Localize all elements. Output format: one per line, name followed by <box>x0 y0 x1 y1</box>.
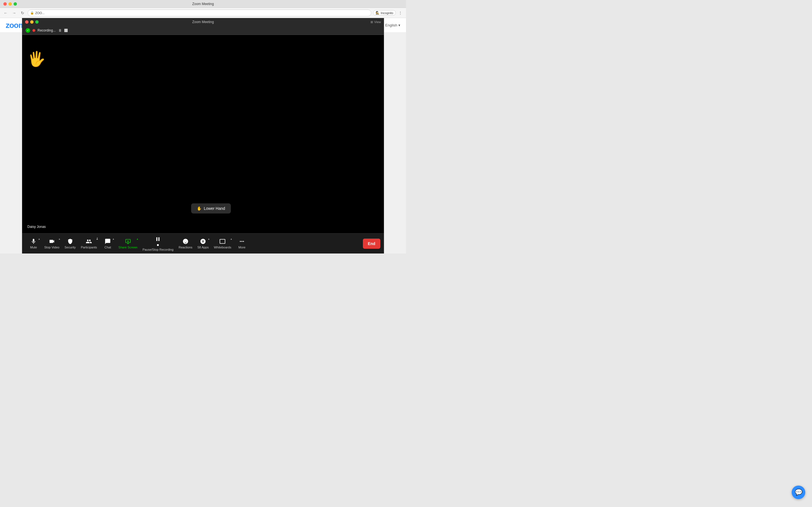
pause-recording-label: Pause/Stop Recording <box>142 248 173 251</box>
shield-icon <box>67 238 73 244</box>
lower-hand-tooltip[interactable]: ✋ Lower Hand <box>191 203 231 214</box>
chat-label: Chat <box>104 245 111 249</box>
stop-video-button[interactable]: ▲ Stop Video <box>42 237 62 251</box>
participants-label: Participants <box>81 245 97 249</box>
recording-pause-button[interactable]: ⏸ <box>58 28 62 33</box>
participants-icon <box>86 238 92 244</box>
end-meeting-button[interactable]: End <box>363 238 380 249</box>
microphone-icon <box>31 238 37 244</box>
pause-recording-icon <box>155 236 161 242</box>
whiteboards-icon <box>219 238 225 244</box>
recording-status-icon: ✓ <box>26 28 30 33</box>
meeting-maximize-button[interactable] <box>35 20 39 24</box>
meeting-controls-right: ⊞ View <box>370 20 381 24</box>
address-bar[interactable]: 🔒 ZOO... <box>28 10 371 16</box>
more-label: More <box>239 245 246 249</box>
meeting-window-controls <box>25 20 39 24</box>
view-label: View <box>374 20 381 24</box>
browser-window: Zoom Meeting ← → ↻ 🔒 ZOO... 🕵 Incognito … <box>0 0 406 253</box>
url-text: ZOO... <box>35 11 45 15</box>
participant-name-label: Daisy Jonas <box>25 224 48 229</box>
participants-count: 1 <box>97 237 98 240</box>
browser-title: Zoom Meeting <box>192 2 214 6</box>
window-controls <box>3 2 17 6</box>
browser-actions: 🕵 Incognito ⋮ <box>373 10 404 16</box>
share-screen-label: Share Screen <box>118 245 137 249</box>
share-screen-icon <box>125 238 131 244</box>
window-maximize-button[interactable] <box>13 2 17 6</box>
lower-hand-emoji: ✋ <box>197 206 202 211</box>
more-icon <box>239 238 245 244</box>
zoom-meeting-window: Zoom Meeting ⊞ View ✓ Recording... ⏸ 🖐️ <box>22 18 384 253</box>
recording-bar: ✓ Recording... ⏸ <box>22 26 384 35</box>
share-screen-button[interactable]: ▲ Share Screen <box>116 237 140 251</box>
mute-button[interactable]: ▲ Mute <box>26 237 42 251</box>
incognito-icon: 🕵 <box>375 11 379 15</box>
forward-button[interactable]: → <box>11 10 17 16</box>
browser-toolbar: ← → ↻ 🔒 ZOO... 🕵 Incognito ⋮ <box>0 8 406 18</box>
raised-hand-emoji: 🖐️ <box>28 50 46 68</box>
whiteboards-label: Whiteboards <box>214 245 231 249</box>
chat-chevron-icon[interactable]: ▲ <box>112 238 114 240</box>
security-label: Security <box>64 245 76 249</box>
browser-titlebar: Zoom Meeting <box>0 0 406 8</box>
meeting-minimize-button[interactable] <box>30 20 34 24</box>
security-button[interactable]: Security <box>62 237 78 251</box>
reactions-label: Reactions <box>179 245 192 249</box>
mute-label: Mute <box>30 245 37 249</box>
chat-icon <box>105 238 111 244</box>
stop-recording-icon <box>156 243 160 247</box>
zoom-toolbar: ▲ Mute ▲ Stop Video <box>22 233 384 253</box>
meeting-titlebar: Zoom Meeting ⊞ View <box>22 18 384 26</box>
whiteboards-chevron-icon[interactable]: ▲ <box>230 238 232 240</box>
back-button[interactable]: ← <box>2 10 9 16</box>
lock-icon: 🔒 <box>30 11 34 15</box>
incognito-badge: 🕵 Incognito <box>373 10 396 15</box>
mute-chevron-icon[interactable]: ▲ <box>38 238 40 240</box>
meeting-title: Zoom Meeting <box>192 20 214 24</box>
view-icon: ⊞ <box>370 20 373 24</box>
recording-text: Recording... <box>38 29 56 33</box>
pause-recording-button[interactable]: Pause/Stop Recording <box>140 234 175 253</box>
chevron-down-icon: ▾ <box>398 23 400 27</box>
stop-video-label: Stop Video <box>44 245 59 249</box>
incognito-label: Incognito <box>380 11 393 15</box>
whiteboards-button[interactable]: ▲ Whiteboards <box>211 237 234 251</box>
lower-hand-label: Lower Hand <box>204 206 225 211</box>
share-chevron-icon[interactable]: ▲ <box>136 238 139 240</box>
apps-icon <box>200 238 206 244</box>
participants-button[interactable]: ▲ 1 Participants <box>79 237 99 251</box>
recording-stop-button[interactable] <box>64 29 68 32</box>
video-area: 🖐️ Daisy Jonas ✋ Lower Hand <box>22 35 384 233</box>
apps-label: 58 Apps <box>197 245 209 249</box>
language-label: English <box>385 23 397 27</box>
language-dropdown[interactable]: English ▾ <box>385 23 400 27</box>
window-minimize-button[interactable] <box>8 2 12 6</box>
browser-menu-button[interactable]: ⋮ <box>397 10 404 16</box>
video-chevron-icon[interactable]: ▲ <box>58 238 61 240</box>
meeting-close-button[interactable] <box>25 20 29 24</box>
more-button[interactable]: More <box>234 237 250 251</box>
reactions-button[interactable]: Reactions <box>176 237 195 251</box>
main-content: zoom Support English ▾ Zoom Meeting <box>0 18 406 253</box>
apps-button[interactable]: ▲ 58 Apps <box>195 237 211 251</box>
chat-button[interactable]: ▲ Chat <box>100 237 116 251</box>
window-close-button[interactable] <box>3 2 7 6</box>
camera-icon <box>49 238 55 244</box>
refresh-button[interactable]: ↻ <box>19 10 26 16</box>
recording-dot <box>33 29 35 32</box>
view-button[interactable]: ⊞ View <box>370 20 381 24</box>
reactions-icon <box>183 238 189 244</box>
apps-chevron-icon[interactable]: ▲ <box>207 238 210 240</box>
